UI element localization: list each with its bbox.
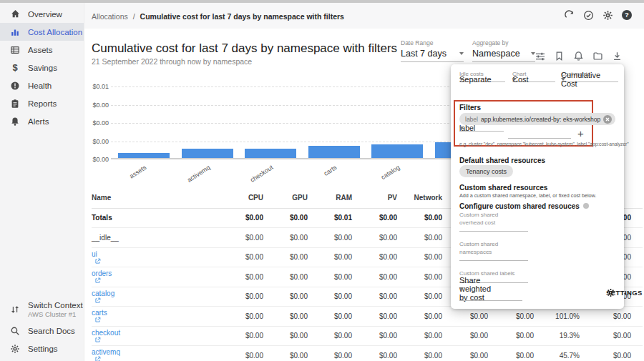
external-link-icon[interactable] (94, 297, 101, 304)
namespace-link[interactable]: orders (92, 269, 112, 277)
home-icon (9, 9, 21, 20)
cost-cell: $0.00 (219, 208, 263, 228)
cost-cell: $0.00 (580, 307, 643, 327)
bell-icon[interactable] (572, 50, 585, 62)
x-axis-line (111, 158, 457, 159)
cost-cell: $0.00 (263, 346, 308, 361)
cost-cell: 19.3% (534, 326, 580, 346)
namespace-link[interactable]: ui (92, 250, 97, 258)
y-axis-tick: $0.00 (83, 102, 109, 109)
breadcrumb-allocations[interactable]: Allocations (92, 12, 128, 21)
cost-cell: $0.00 (397, 228, 442, 248)
tenancy-costs-chip[interactable]: Tenancy costs (459, 165, 513, 177)
chevron-down-icon (561, 78, 565, 81)
column-header-ram[interactable]: RAM (308, 187, 352, 208)
sidebar-item-settings[interactable]: Settings (0, 340, 84, 357)
chart-bar[interactable] (371, 144, 423, 158)
kubecost-app: Overview Cost Allocation Assets $ Saving… (0, 0, 644, 361)
idle-costs-select[interactable]: Idle costs Separate (459, 71, 505, 82)
filter-type-select[interactable]: label (459, 128, 504, 132)
column-header-gpu[interactable]: GPU (263, 187, 308, 208)
cost-metric-select[interactable]: Cost metric Cumulative Cost (561, 71, 618, 82)
external-link-icon[interactable] (94, 258, 101, 264)
cost-cell: $0.00 (352, 208, 397, 228)
namespace-link[interactable]: carts (92, 309, 107, 317)
cost-cell: $0.00 (219, 287, 263, 307)
chevron-down-icon (459, 52, 464, 55)
cost-cell: $0.00 (397, 346, 442, 361)
column-header-pv[interactable]: PV (352, 187, 397, 208)
gear-icon[interactable] (602, 9, 613, 21)
cost-cell: $0.00 (352, 346, 397, 361)
chart-bar[interactable] (245, 149, 296, 158)
filter-value-input[interactable] (508, 138, 571, 139)
aggregate-by-select[interactable]: Aggregate by Namespace (472, 39, 535, 62)
external-link-icon[interactable] (94, 317, 101, 323)
tune-icon[interactable] (534, 50, 546, 62)
cost-cell: $0.01 (308, 208, 352, 228)
y-axis-tick: $0.01 (83, 83, 109, 90)
namespace-link[interactable]: catalog (92, 290, 114, 297)
cost-cell: $0.00 (219, 247, 263, 267)
chart-bar[interactable] (118, 153, 170, 158)
cost-cell: $0.00 (308, 228, 352, 248)
y-axis-tick: $0.00 (83, 138, 109, 145)
toolbar (534, 50, 623, 62)
add-filter-icon[interactable] (577, 127, 584, 139)
sidebar-item-health[interactable]: Health (0, 76, 84, 94)
cost-cell: $0.00 (263, 287, 308, 307)
exclamation-circle-icon (9, 80, 21, 92)
sidebar-item-label: Alerts (28, 117, 49, 126)
namespace-link[interactable]: checkout (92, 329, 120, 337)
help-icon[interactable]: ? (621, 9, 633, 21)
gridline (111, 86, 457, 87)
check-circle-icon[interactable] (582, 9, 594, 21)
sidebar-item-savings[interactable]: $ Savings (0, 59, 84, 76)
custom-namespaces-input[interactable] (459, 260, 528, 261)
namespace-link[interactable]: activemq (92, 348, 120, 356)
sidebar-item-alerts[interactable]: Alerts (0, 112, 84, 130)
chart-bar[interactable] (182, 149, 233, 158)
sidebar-item-overview[interactable]: Overview (0, 5, 84, 23)
sidebar-item-label: Health (28, 81, 52, 90)
column-header-cpu[interactable]: CPU (219, 187, 263, 208)
bookmark-icon[interactable] (553, 50, 565, 62)
folder-icon[interactable] (592, 50, 604, 62)
custom-overhead-cost-input[interactable] (459, 231, 528, 232)
page-title: Cumulative cost for last 7 days by names… (92, 41, 397, 56)
external-link-icon[interactable] (94, 277, 101, 284)
column-header-name[interactable]: Name (92, 187, 219, 208)
sidebar-item-switch-context[interactable]: Switch Context AWS Cluster #1 (0, 297, 84, 322)
cost-cell: $0.00 (308, 287, 352, 307)
chart-bar[interactable] (308, 146, 360, 158)
sidebar-item-search-docs[interactable]: Search Docs (0, 322, 84, 340)
cost-cell: $0.00 (219, 267, 263, 287)
sidebar-item-cost-allocation[interactable]: Cost Allocation (0, 23, 84, 41)
sidebar-item-reports[interactable]: Reports (0, 94, 84, 112)
chart-select[interactable]: Chart Cost (512, 71, 555, 82)
refresh-icon[interactable] (563, 9, 575, 21)
sidebar-item-assets[interactable]: Assets (0, 41, 84, 59)
remove-filter-icon[interactable] (603, 115, 612, 124)
grid-icon (9, 44, 21, 56)
cost-cell: $0.00 (308, 267, 352, 287)
external-link-icon[interactable] (94, 337, 101, 343)
download-icon[interactable] (611, 50, 623, 62)
external-link-icon[interactable] (94, 356, 101, 361)
cost-cell: $0.00 (580, 326, 643, 346)
configure-custom-shared-title: Configure custom shared resouces (459, 202, 589, 210)
sidebar-item-label: Reports (28, 99, 57, 108)
bell-icon (9, 116, 21, 127)
custom-shared-description: Add a custom shared namespace, label, or… (459, 192, 596, 199)
sidebar: Overview Cost Allocation Assets $ Saving… (0, 3, 84, 361)
date-range-select[interactable]: Date Range Last 7 days (401, 39, 464, 62)
cost-cell: $0.00 (219, 346, 263, 361)
cost-cell: $0.00 (442, 307, 488, 327)
cost-cell: $0.00 (219, 326, 263, 346)
column-header-network[interactable]: Network (397, 187, 442, 208)
info-icon[interactable] (583, 203, 589, 209)
gear-icon (9, 343, 21, 355)
cost-cell: $0.00 (488, 326, 534, 346)
settings-button[interactable]: SETTINGS (606, 288, 615, 297)
sidebar-item-label: Cost Allocation (28, 28, 82, 36)
